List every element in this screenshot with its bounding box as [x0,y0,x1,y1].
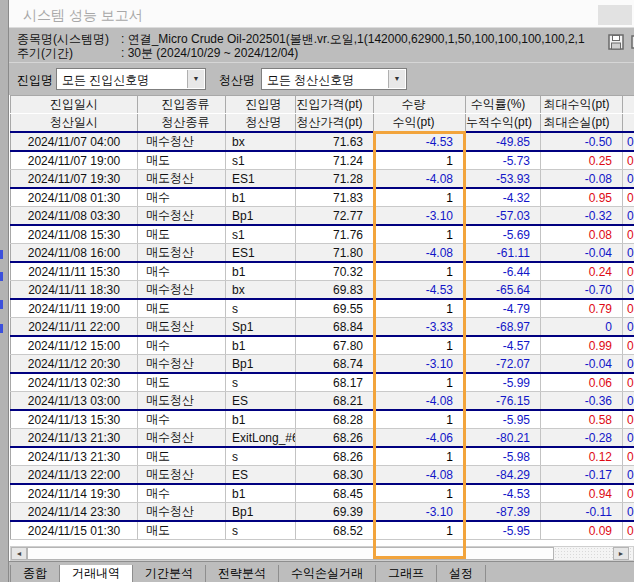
cell-rate-cumulative[interactable]: -4.32 [466,188,541,207]
cell-signal-name[interactable]: Sp1 [226,318,296,337]
cell-qty-profit[interactable]: -4.06 [374,429,466,448]
exit-signal-select[interactable]: 모든 청산신호명 ▼ [261,68,407,90]
cell-rate-cumulative[interactable]: -4.79 [466,299,541,318]
cell-signal-name[interactable]: s [226,373,296,392]
cell-trade-type[interactable]: 매도 [138,373,226,392]
cell-max-profit-loss[interactable]: 0.08 [541,225,623,244]
cell-datetime[interactable]: 2024/11/08 16:00 [11,244,138,263]
cell-clipped-edge[interactable]: 0 [623,521,634,540]
cell-trade-type[interactable]: 매도청산 [138,466,226,485]
cell-max-profit-loss[interactable]: -0.08 [541,170,623,189]
cell-trade-type[interactable]: 매수청산 [138,207,226,226]
cell-price[interactable]: 72.77 [296,207,374,226]
cell-trade-type[interactable]: 매수청산 [138,281,226,300]
cell-rate-cumulative[interactable]: -5.95 [466,521,541,540]
cell-trade-type[interactable]: 매수청산 [138,429,226,448]
cell-rate-cumulative[interactable]: -5.95 [466,410,541,429]
cell-signal-name[interactable]: ES1 [226,244,296,263]
cell-max-profit-loss[interactable]: -0.17 [541,466,623,485]
tab-종합[interactable]: 종합 [10,565,60,582]
chevron-down-icon[interactable]: ▼ [187,70,204,88]
cell-max-profit-loss[interactable]: -0.70 [541,281,623,300]
cell-datetime[interactable]: 2024/11/13 02:30 [11,373,138,392]
cell-qty-profit[interactable]: -3.10 [374,207,466,226]
cell-signal-name[interactable]: b1 [226,484,296,503]
cell-trade-type[interactable]: 매수 [138,188,226,207]
table-row[interactable]: 2024/11/12 15:00매수b167.801-4.570.990 [11,336,634,355]
cell-trade-type[interactable]: 매도청산 [138,244,226,263]
window-control-button[interactable] [598,5,632,25]
cell-rate-cumulative[interactable]: -5.69 [466,225,541,244]
cell-signal-name[interactable]: s [226,447,296,466]
table-row[interactable]: 2024/11/08 03:30매수청산Bp172.77-3.10-57.03-… [11,207,634,226]
table-row[interactable]: 2024/11/08 15:30매도s171.761-5.690.080 [11,225,634,244]
cell-qty-profit[interactable]: 1 [374,262,466,281]
cell-clipped-edge[interactable]: 0 [623,262,634,281]
cell-signal-name[interactable]: s [226,299,296,318]
save-icon[interactable] [608,34,624,50]
cell-clipped-edge[interactable]: 0 [623,151,634,170]
cell-price[interactable]: 69.83 [296,281,374,300]
cell-price[interactable]: 68.52 [296,521,374,540]
cell-datetime[interactable]: 2024/11/12 15:00 [11,336,138,355]
cell-signal-name[interactable]: ES [226,392,296,411]
cell-max-profit-loss[interactable]: -0.32 [541,207,623,226]
cell-datetime[interactable]: 2024/11/08 01:30 [11,188,138,207]
cell-price[interactable]: 69.55 [296,299,374,318]
cell-max-profit-loss[interactable]: 0.25 [541,151,623,170]
cell-max-profit-loss[interactable]: 0 [541,318,623,337]
cell-signal-name[interactable]: Bp1 [226,503,296,522]
cell-clipped-edge[interactable]: 0 [623,466,634,485]
cell-rate-cumulative[interactable]: -61.11 [466,244,541,263]
cell-datetime[interactable]: 2024/11/13 03:00 [11,392,138,411]
cell-clipped-edge[interactable]: 0 [623,484,634,503]
cell-signal-name[interactable]: b1 [226,410,296,429]
table-row[interactable]: 2024/11/08 01:30매수b171.831-4.320.950 [11,188,634,207]
cell-max-profit-loss[interactable]: -0.04 [541,244,623,263]
cell-qty-profit[interactable]: -3.10 [374,355,466,374]
cell-signal-name[interactable]: Bp1 [226,355,296,374]
table-row[interactable]: 2024/11/07 19:00매도s171.241-5.730.250 [11,151,634,170]
cell-trade-type[interactable]: 매도 [138,225,226,244]
cell-rate-cumulative[interactable]: -57.03 [466,207,541,226]
cell-qty-profit[interactable]: -4.53 [374,281,466,300]
tab-설정[interactable]: 설정 [437,565,486,582]
cell-rate-cumulative[interactable]: -80.21 [466,429,541,448]
scroll-right-arrow-icon[interactable]: ► [613,547,629,560]
cell-datetime[interactable]: 2024/11/11 18:30 [11,281,138,300]
table-row[interactable]: 2024/11/07 04:00매수청산bx71.63-4.53-49.85-0… [11,132,634,151]
chevron-down-icon[interactable]: ▼ [388,70,405,88]
cell-datetime[interactable]: 2024/11/15 01:30 [11,521,138,540]
tab-거래내역[interactable]: 거래내역 [60,565,133,582]
cell-trade-type[interactable]: 매도청산 [138,392,226,411]
cell-clipped-edge[interactable]: 0 [623,410,634,429]
cell-signal-name[interactable]: s1 [226,151,296,170]
cell-max-profit-loss[interactable]: 0.94 [541,484,623,503]
cell-datetime[interactable]: 2024/11/07 19:30 [11,170,138,189]
cell-datetime[interactable]: 2024/11/11 15:30 [11,262,138,281]
cell-rate-cumulative[interactable]: -4.53 [466,484,541,503]
table-row[interactable]: 2024/11/13 22:00매도청산ES68.30-4.08-84.29-0… [11,466,634,485]
cell-qty-profit[interactable]: 1 [374,447,466,466]
cell-rate-cumulative[interactable]: -84.29 [466,466,541,485]
cell-signal-name[interactable]: bx [226,132,296,151]
cell-qty-profit[interactable]: 1 [374,521,466,540]
cell-qty-profit[interactable]: 1 [374,225,466,244]
cell-clipped-edge[interactable]: 0 [623,429,634,448]
table-row[interactable]: 2024/11/13 21:30매도s68.261-5.980.120 [11,447,634,466]
cell-price[interactable]: 70.32 [296,262,374,281]
cell-rate-cumulative[interactable]: -76.15 [466,392,541,411]
cell-max-profit-loss[interactable]: 0.58 [541,410,623,429]
table-row[interactable]: 2024/11/11 18:30매수청산bx69.83-4.53-65.64-0… [11,281,634,300]
cell-rate-cumulative[interactable]: -87.39 [466,503,541,522]
cell-max-profit-loss[interactable]: 0.99 [541,336,623,355]
cell-max-profit-loss[interactable]: 0.24 [541,262,623,281]
cell-price[interactable]: 69.39 [296,503,374,522]
table-row[interactable]: 2024/11/13 15:30매수b168.281-5.950.580 [11,410,634,429]
horizontal-scrollbar[interactable]: ◄ ► [10,546,634,561]
cell-rate-cumulative[interactable]: -49.85 [466,132,541,151]
cell-clipped-edge[interactable]: 0 [623,503,634,522]
cell-clipped-edge[interactable]: 0 [623,299,634,318]
cell-trade-type[interactable]: 매수청산 [138,132,226,151]
cell-signal-name[interactable]: Bp1 [226,207,296,226]
